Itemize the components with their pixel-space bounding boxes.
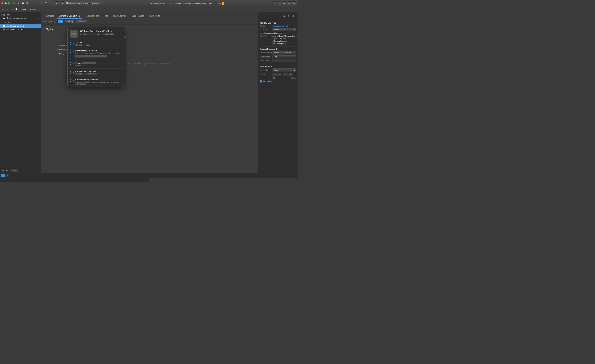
cert-redacted bbox=[75, 55, 107, 57]
project-name: sampleapp-ios-swift bbox=[10, 17, 27, 19]
tab-indent-labels: Tab Indent bbox=[260, 77, 296, 79]
project-section-header: PROJECT bbox=[0, 14, 41, 16]
sidebar-toggle-icon[interactable]: ⊟ bbox=[12, 2, 16, 5]
sidebar-item-project[interactable]: ▶ 📦 sampleapp-ios-swift M bbox=[0, 16, 41, 20]
tab-build-rules[interactable]: Build Rules bbox=[147, 14, 163, 19]
project-badge: M bbox=[38, 17, 39, 19]
capabilities-toolbar: + + Capability All Debug Release bbox=[41, 19, 258, 24]
search-icon[interactable]: 🔍 bbox=[26, 2, 29, 5]
run-button[interactable]: ▶ bbox=[54, 1, 59, 5]
info-inspector-icon[interactable]: ℹ bbox=[291, 14, 295, 18]
forward-nav-button[interactable]: › bbox=[11, 8, 14, 11]
share-icon[interactable]: ⎙ bbox=[49, 2, 52, 5]
entitlements-title: Entitlements: 4 Included bbox=[75, 79, 121, 81]
back-nav-button[interactable]: ‹ bbox=[6, 8, 10, 11]
layout-2-button[interactable]: ▥ bbox=[287, 1, 291, 5]
inspector-format-row: Project Format Xcode 3.2-compatible bbox=[260, 51, 296, 54]
tab-build-settings[interactable]: Build Settings bbox=[111, 14, 129, 19]
folder-icon[interactable]: 📁 bbox=[21, 2, 25, 5]
inspector-icons: 🗂 ? ℹ bbox=[260, 14, 296, 19]
signing-chevron-icon: ▾ bbox=[44, 28, 45, 30]
tab-debug[interactable]: Debug bbox=[65, 20, 74, 23]
fullpath-arrow-icon[interactable]: ↗ bbox=[285, 43, 286, 44]
inspector-name-label: Name bbox=[260, 25, 272, 27]
team-title: Team: bbox=[75, 62, 81, 64]
sidebar-item-target-1[interactable]: 🅰 sampleapp-ios-swift bbox=[0, 24, 41, 28]
identity-inspector-icon[interactable]: 🗂 bbox=[282, 14, 285, 18]
target-2-name: sampleapp-ios-swi... bbox=[6, 29, 24, 30]
tab-resource-tags[interactable]: Resource Tags bbox=[82, 14, 102, 19]
sidebar-item-target-2[interactable]: 📦 sampleapp-ios-swi... bbox=[0, 28, 41, 31]
inspector-location-label: Location bbox=[260, 29, 272, 30]
inspector-relative-path: sampleapp-ios-swift.xcodeproj bbox=[260, 32, 296, 34]
inspector-format-select-wrap: Xcode 3.2-compatible bbox=[272, 51, 296, 54]
toolbar-icons: ⊟ ⊞ 📁 🔍 ⚠ ◇ ↪ ☰ ⎙ bbox=[12, 2, 52, 5]
inspector-org-row: Organization bbox=[260, 55, 296, 58]
inspector-location-select[interactable]: Relative to Group bbox=[272, 28, 296, 31]
team-desc: Matches team bbox=[75, 65, 96, 67]
grid-icon[interactable]: ⊞ bbox=[17, 2, 20, 5]
capabilities-desc: Includes Keychain Sharing. bbox=[75, 73, 97, 75]
inspector-class-prefix-input[interactable] bbox=[272, 59, 296, 62]
add-editor-button[interactable]: + bbox=[272, 1, 276, 5]
tab-general[interactable]: General bbox=[44, 14, 56, 19]
team-check-icon: ✓ bbox=[70, 62, 74, 65]
entitlements-check-icon: ✓ bbox=[70, 79, 74, 82]
minimize-button[interactable] bbox=[5, 2, 7, 4]
tab-build-phases[interactable]: Build Phases bbox=[129, 14, 147, 19]
warning-icon[interactable]: ⚠ bbox=[30, 2, 34, 5]
tab-signing[interactable]: Signing & Capabilities bbox=[57, 14, 82, 19]
project-doc-title: Project Document bbox=[260, 48, 296, 50]
bottom-area: ▼ ⚑ bbox=[0, 173, 298, 182]
zoom-button[interactable] bbox=[8, 2, 10, 4]
indent-stepper: ▲ ▼ bbox=[289, 73, 292, 76]
grid-nav-icon[interactable]: ⊞ bbox=[1, 8, 5, 11]
add-target-button[interactable]: + bbox=[1, 169, 5, 172]
tab-release[interactable]: Release bbox=[76, 20, 87, 23]
bottom-toolbar: ▼ ⚑ bbox=[0, 173, 298, 178]
remove-target-button[interactable]: − bbox=[5, 169, 8, 172]
popup-header: PROV iOS Team Provisioning Profile: • Cr… bbox=[68, 28, 124, 40]
inspector-indent-using-label: Indent Using bbox=[260, 69, 272, 71]
popup-item-team-text: Team: Matches team bbox=[75, 62, 96, 67]
inspector-fullpath-label: Full Path bbox=[260, 35, 272, 37]
arrow-icon[interactable]: ↪ bbox=[40, 2, 43, 5]
swap-editor-button[interactable]: ⇄ bbox=[277, 1, 281, 5]
tab-stepper-up[interactable]: ▲ bbox=[279, 73, 281, 74]
expand-icon: ▶ bbox=[3, 17, 5, 20]
layout-1-button[interactable]: ▣ bbox=[282, 1, 286, 5]
tab-stepper-down[interactable]: ▼ bbox=[279, 74, 281, 76]
wrap-lines-row: ✓ Wrap lines bbox=[260, 80, 296, 82]
prov-icon: PROV bbox=[70, 30, 78, 38]
tab-label: Tab bbox=[272, 77, 275, 79]
indent-stepper-up[interactable]: ▲ bbox=[289, 73, 291, 74]
inspector-indent-select[interactable]: Spaces bbox=[272, 68, 296, 72]
help-inspector-icon[interactable]: ? bbox=[286, 14, 290, 18]
certs-desc: Includes newest signing certificate "App… bbox=[75, 52, 119, 54]
indent-stepper-down[interactable]: ▼ bbox=[289, 74, 291, 76]
chevron-right-icon: › bbox=[87, 2, 88, 4]
breakpoint-icon[interactable]: ◇ bbox=[35, 2, 39, 5]
indent-number-control: 4 ▲ ▼ bbox=[283, 73, 292, 76]
tab-all[interactable]: All bbox=[57, 20, 64, 23]
certs-check-icon: ✓ bbox=[70, 50, 74, 53]
tab-stepper: ▲ ▼ bbox=[278, 73, 281, 76]
tab-info[interactable]: Info bbox=[102, 14, 110, 19]
add-capability-button[interactable]: + + Capability bbox=[43, 20, 56, 23]
inspector-org-input[interactable] bbox=[272, 55, 296, 58]
scheme-selector[interactable]: 🅰 sampleapp-ios-swift › 📱 iPhone 11 bbox=[65, 2, 102, 5]
grid2-icon[interactable]: ☰ bbox=[44, 2, 48, 5]
sidebar-bottom-controls: + − ⊙ Filter bbox=[0, 168, 41, 173]
close-button[interactable] bbox=[1, 2, 4, 4]
popup-item-capabilities: ✓ Capabilities: 1 Included Includes Keyc… bbox=[68, 69, 124, 77]
sidebar-filter[interactable]: ⊙ Filter bbox=[9, 169, 18, 172]
bottom-flag-icon[interactable]: ⚑ bbox=[6, 174, 9, 177]
inspector-format-select[interactable]: Xcode 3.2-compatible bbox=[272, 51, 296, 54]
stop-button[interactable]: ■ bbox=[60, 1, 64, 5]
target-1-name: sampleapp-ios-swift bbox=[6, 25, 24, 27]
bottom-expand-icon[interactable]: ▼ bbox=[1, 174, 5, 177]
layout-3-button[interactable]: ▤ bbox=[292, 1, 296, 5]
wrap-lines-checkbox[interactable]: ✓ bbox=[260, 80, 262, 82]
second-toolbar: ⊞ ‹ › 📄 sampleapp-ios-swift bbox=[0, 7, 298, 12]
inspector-indent-using-row: Indent Using Spaces bbox=[260, 68, 296, 72]
